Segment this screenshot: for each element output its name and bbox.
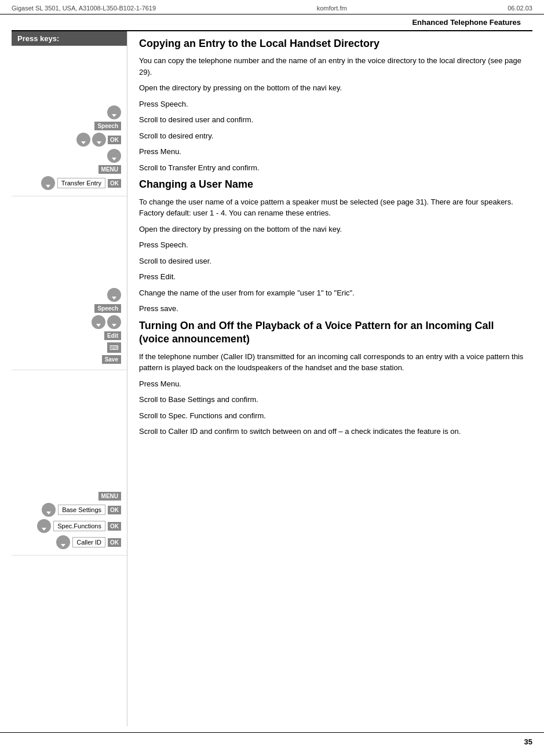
navi-key-6b[interactable] xyxy=(107,315,121,329)
copy-entry-intro: You can copy the telephone number and th… xyxy=(139,55,524,78)
change-user-heading: Changing a User Name xyxy=(139,178,524,191)
copy-entry-step-4: Press Menu. xyxy=(139,146,524,158)
base-settings-label: Base Settings xyxy=(58,505,105,515)
navi-key-2a[interactable] xyxy=(76,133,90,147)
menu-key-row-1: MENU xyxy=(14,165,124,174)
keyboard-icon xyxy=(107,342,121,353)
edit-tag[interactable]: Edit xyxy=(104,331,121,340)
right-column: Copying an Entry to the Local Handset Di… xyxy=(127,31,532,726)
save-tag[interactable]: Save xyxy=(102,355,121,364)
copy-entry-step-2: Scroll to desired user and confirm. xyxy=(139,114,524,126)
navi-key-8[interactable] xyxy=(37,519,51,533)
change-user-step-3: Press Edit. xyxy=(139,271,524,283)
keyboard-row xyxy=(14,342,124,353)
navi-key-3[interactable] xyxy=(107,149,121,163)
navi-key-6a[interactable] xyxy=(92,315,105,329)
menu-tag-2[interactable]: MENU xyxy=(98,492,121,501)
press-keys-header: Press keys: xyxy=(12,31,127,46)
edit-key-row: Edit xyxy=(14,331,124,340)
ok-tag-2[interactable]: OK xyxy=(108,179,121,188)
change-user-keys: Speech Edit Save xyxy=(12,196,127,370)
change-user-step-4: Change the name of the user from for exa… xyxy=(139,287,524,299)
spec-functions-label: Spec.Functions xyxy=(53,521,105,531)
base-settings-row: Base Settings OK xyxy=(14,503,124,517)
spec-functions-row: Spec.Functions OK xyxy=(14,519,124,533)
copy-entry-heading: Copying an Entry to the Local Handset Di… xyxy=(139,37,524,50)
caller-id-label: Caller ID xyxy=(72,537,105,547)
copy-entry-section: Copying an Entry to the Local Handset Di… xyxy=(139,37,524,173)
change-user-intro: To change the user name of a voice patte… xyxy=(139,196,524,219)
header-left: Gigaset SL 3501, USA, A31008-L350-B102-1… xyxy=(12,5,156,12)
transfer-entry-label: Transfer Entry xyxy=(57,178,105,188)
header-center: komfort.fm xyxy=(317,5,347,12)
main-content: Press keys: Speech OK MENU xyxy=(12,31,532,726)
turning-on-off-step-2: Scroll to Spec. Functions and confirm. xyxy=(139,410,524,422)
navi-key-row-3 xyxy=(14,149,124,163)
change-user-step-1: Press Speech. xyxy=(139,239,524,251)
menu-key-row-2: MENU xyxy=(14,492,124,501)
section-title: Enhanced Telephone Features xyxy=(12,14,532,31)
turning-on-off-step-3: Scroll to Caller ID and confirm to switc… xyxy=(139,426,524,437)
turning-on-off-section: Turning On and Off the Playback of a Voi… xyxy=(139,319,524,437)
turning-on-off-intro: If the telephone number (Caller ID) tran… xyxy=(139,351,524,374)
turning-on-off-step-0: Press Menu. xyxy=(139,378,524,390)
turning-on-off-heading: Turning On and Off the Playback of a Voi… xyxy=(139,319,524,346)
left-column: Press keys: Speech OK MENU xyxy=(12,31,127,726)
caller-id-row: Caller ID OK xyxy=(14,535,124,549)
change-user-step-0: Open the directory by pressing on the bo… xyxy=(139,224,524,235)
navi-key-row-1 xyxy=(14,105,124,119)
ok-tag-1[interactable]: OK xyxy=(108,136,121,144)
save-key-row: Save xyxy=(14,355,124,364)
navi-key-5[interactable] xyxy=(107,288,121,302)
page-footer: 35 xyxy=(0,732,544,751)
copy-entry-keys: Speech OK MENU Transfer Entry OK xyxy=(12,46,127,196)
menu-tag-1[interactable]: MENU xyxy=(98,165,121,174)
speech-tag-2[interactable]: Speech xyxy=(94,304,121,313)
navi-key-1[interactable] xyxy=(107,105,121,119)
ok-tag-3[interactable]: OK xyxy=(108,506,121,514)
speech-key-row-2: Speech xyxy=(14,304,124,313)
ok-tag-5[interactable]: OK xyxy=(108,538,121,547)
page-number: 35 xyxy=(524,737,532,746)
copy-entry-step-0: Open the directory by pressing on the bo… xyxy=(139,82,524,94)
navi-navi-ok-row: OK xyxy=(14,133,124,147)
turning-on-off-step-1: Scroll to Base Settings and confirm. xyxy=(139,394,524,406)
header-right: 06.02.03 xyxy=(508,5,532,12)
copy-entry-step-3: Scroll to desired entry. xyxy=(139,130,524,142)
page-header: Gigaset SL 3501, USA, A31008-L350-B102-1… xyxy=(0,0,544,14)
change-user-step-2: Scroll to desired user. xyxy=(139,255,524,267)
ok-tag-4[interactable]: OK xyxy=(108,522,121,531)
navi-key-2b[interactable] xyxy=(92,133,106,147)
change-user-section: Changing a User Name To change the user … xyxy=(139,178,524,314)
speech-tag-1[interactable]: Speech xyxy=(94,122,121,130)
transfer-entry-row: Transfer Entry OK xyxy=(14,176,124,190)
copy-entry-step-5: Scroll to Transfer Entry and confirm. xyxy=(139,162,524,174)
navi-key-row-5 xyxy=(14,288,124,302)
turning-on-off-keys: MENU Base Settings OK Spec.Functions OK … xyxy=(12,370,127,556)
speech-key-row: Speech xyxy=(14,122,124,130)
navi-key-9[interactable] xyxy=(56,535,70,549)
change-user-step-5: Press save. xyxy=(139,303,524,315)
navi-navi-row xyxy=(14,315,124,329)
navi-key-7[interactable] xyxy=(42,503,56,517)
navi-key-4[interactable] xyxy=(41,176,55,190)
copy-entry-step-1: Press Speech. xyxy=(139,98,524,110)
